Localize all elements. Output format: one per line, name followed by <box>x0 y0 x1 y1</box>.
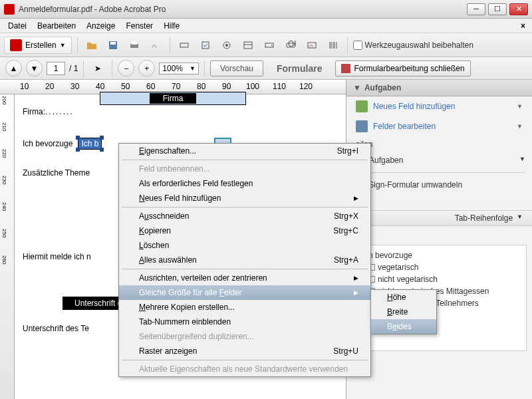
werkzeugauswahl-checkbox[interactable]: Werkzeugauswahl beibehalten <box>353 41 473 50</box>
menu-hilfe[interactable]: Hilfe <box>158 20 185 32</box>
zusatz-label: Zusätzliche Theme <box>23 168 90 178</box>
radio-icon[interactable] <box>218 37 235 54</box>
ctx-gleiche-groesse[interactable]: Gleiche Größe für alle Felder▶ <box>119 285 370 300</box>
svg-rect-10 <box>265 43 273 47</box>
ctx-tabnummern[interactable]: Tab-Nummern einblenden <box>119 315 370 329</box>
sign-icon[interactable] <box>147 37 164 54</box>
zoom-out-button[interactable]: − <box>118 60 134 76</box>
ctx-ausrichten[interactable]: Ausrichten, verteilen oder zentrieren▶ <box>119 271 370 285</box>
open-icon[interactable] <box>83 37 100 54</box>
page-up-button[interactable]: ▲ <box>5 60 22 76</box>
ctx-alles[interactable]: Alles auswählenStrg+A <box>119 253 370 267</box>
tree-nveg[interactable]: nicht vegetarisch <box>359 273 519 285</box>
aufgaben-header[interactable]: ▼ Aufgaben <box>346 80 532 96</box>
svg-rect-5 <box>202 42 209 49</box>
tab-reihenfolge-button[interactable]: Tab-Reihenfolge ▼ <box>346 210 532 226</box>
zoom-in-button[interactable]: + <box>138 60 155 76</box>
size-submenu: Höhe Breite Beides <box>370 289 437 334</box>
signature-field-icon[interactable] <box>303 37 321 54</box>
button-field-icon[interactable]: OK <box>282 37 299 54</box>
sub-beides[interactable]: Beides <box>371 319 436 334</box>
svg-point-7 <box>225 44 228 47</box>
svg-rect-1 <box>110 42 116 45</box>
svg-rect-4 <box>180 43 188 47</box>
sub-hoehe[interactable]: Höhe <box>371 290 436 305</box>
dropdown-icon[interactable] <box>261 37 278 54</box>
ctx-neues-feld[interactable]: Neues Feld hinzufügen▶ <box>119 191 370 205</box>
list-icon[interactable] <box>239 37 257 54</box>
firma-field[interactable]: Firma <box>100 92 246 105</box>
ctx-eigenschaften[interactable]: Eigenschaften...Strg+I <box>119 144 370 158</box>
formular-close-button[interactable]: Formularbearbeitung schließen <box>335 61 470 76</box>
formulare-title: Formulare <box>277 63 322 74</box>
menu-bearbeiten[interactable]: Bearbeiten <box>32 20 81 32</box>
close-button[interactable]: ✕ <box>509 3 528 15</box>
tree-bevorzuge[interactable]: n bevorzuge <box>359 249 519 261</box>
zoom-select[interactable]: 100% ▼ <box>159 63 199 74</box>
pdf-icon <box>4 4 15 15</box>
bevorzuge-label: Ich bevorzuge <box>23 139 72 148</box>
ctx-ausschneiden[interactable]: AusschneidenStrg+X <box>119 209 370 223</box>
felder-bearbeiten-link[interactable]: Felder bearbeiten▼ <box>346 116 532 136</box>
ctx-umbenennen: Feld umbenennen... <box>119 162 370 176</box>
selected-field[interactable]: Ich b <box>78 138 102 150</box>
maximize-button[interactable]: ☐ <box>488 3 507 15</box>
text-field-icon[interactable] <box>176 37 193 54</box>
ctx-aktuelle: Aktuelle Eigenschaften als neue Standard… <box>119 362 370 376</box>
save-icon[interactable] <box>104 37 122 54</box>
hiermit-label: Hiermit melde ich n <box>23 252 91 261</box>
doc-close-icon[interactable]: × <box>517 20 529 32</box>
menu-anzeige[interactable]: Anzeige <box>81 20 120 32</box>
page-down-button[interactable]: ▼ <box>26 60 43 76</box>
unterschrift-label: Unterschrift des Te <box>23 324 89 333</box>
svg-rect-3 <box>132 41 137 45</box>
ctx-erforderlich[interactable]: Als erforderliches Feld festlegen <box>119 176 370 191</box>
window-title: Anmeldeformular.pdf - Adobe Acrobat Pro <box>19 5 467 14</box>
tree-veg[interactable]: vegetarisch <box>359 261 519 273</box>
erstellen-label: Erstellen <box>25 41 57 50</box>
page-input[interactable] <box>47 62 65 75</box>
menu-fenster[interactable]: Fenster <box>120 20 158 32</box>
side-panel: ▼ Aufgaben Neues Feld hinzufügen▼ Felder… <box>346 80 532 399</box>
minimize-button[interactable]: ─ <box>467 3 485 15</box>
sub-breite[interactable]: Breite <box>371 305 436 319</box>
svg-text:OK: OK <box>288 40 296 49</box>
page-total: / 1 <box>69 64 78 73</box>
edit-field-icon <box>356 120 368 132</box>
menu-datei[interactable]: Datei <box>3 20 32 32</box>
print-icon[interactable] <box>126 37 143 54</box>
form-close-icon <box>341 64 350 73</box>
create-pdf-icon <box>10 39 22 51</box>
cut-text-1: eilen <box>346 136 532 152</box>
echosign-link[interactable]: choSign-Formular umwandeln <box>346 177 532 193</box>
ctx-kopieren[interactable]: KopierenStrg+C <box>119 223 370 238</box>
ctx-loeschen[interactable]: Löschen <box>119 238 370 253</box>
firma-label: Firma: <box>23 107 45 116</box>
ctx-raster[interactable]: Raster anzeigenStrg+U <box>119 344 370 358</box>
vertical-ruler: 200210220230240250260 <box>0 94 15 399</box>
checkbox-icon[interactable] <box>197 37 214 54</box>
add-field-icon <box>356 100 368 112</box>
context-menu: Eigenschaften...Strg+I Feld umbenennen..… <box>118 143 371 377</box>
cut-text-2[interactable]: ere Aufgaben▼ <box>346 152 532 168</box>
vorschau-button[interactable]: Vorschau <box>210 61 263 76</box>
svg-rect-8 <box>244 42 252 49</box>
barcode-icon[interactable] <box>325 37 342 54</box>
ctx-mehrere[interactable]: Mehrere Kopien erstellen... <box>119 300 370 315</box>
z-label: Z <box>346 226 532 241</box>
pointer-icon[interactable]: ➤ <box>89 60 106 77</box>
neues-feld-link[interactable]: Neues Feld hinzufügen▼ <box>346 96 532 116</box>
erstellen-button[interactable]: Erstellen ▼ <box>4 37 72 54</box>
ctx-seiten: Seitenübergreifend duplizieren... <box>119 329 370 344</box>
